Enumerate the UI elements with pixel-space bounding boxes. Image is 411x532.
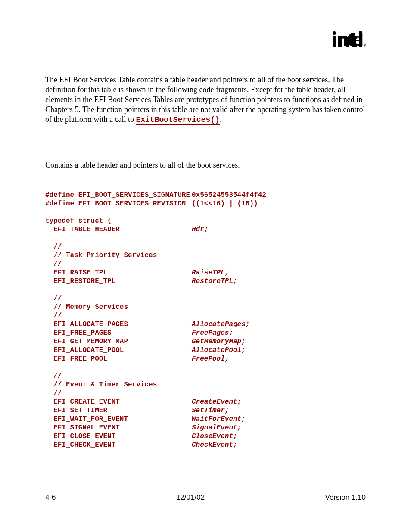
code-type: // <box>45 389 192 398</box>
code-value: WaitForEvent; <box>192 415 246 423</box>
code-line: // Event & Timer Services <box>45 380 366 389</box>
code-line: EFI_SET_TIMERSetTimer; <box>45 406 366 415</box>
code-type: EFI_RAISE_TPL <box>45 268 192 277</box>
code-value: CheckEvent; <box>192 441 237 449</box>
code-blank-line <box>45 234 366 243</box>
code-value: RaiseTPL; <box>192 269 229 277</box>
code-line: EFI_TABLE_HEADERHdr; <box>45 225 366 234</box>
code-value: SignalEvent; <box>192 424 241 432</box>
code-type: EFI_WAIT_FOR_EVENT <box>45 415 192 423</box>
code-line: EFI_FREE_PAGESFreePages; <box>45 329 366 337</box>
code-value: 0x56524553544f4f42 <box>192 191 266 199</box>
code-line: // Memory Services <box>45 303 366 311</box>
code-type: EFI_ALLOCATE_PAGES <box>45 320 192 329</box>
code-type: EFI_ALLOCATE_POOL <box>45 346 192 355</box>
code-type: EFI_SET_TIMER <box>45 406 192 415</box>
code-block: #define EFI_BOOT_SERVICES_SIGNATURE0x565… <box>45 191 366 449</box>
code-line: // <box>45 311 366 320</box>
code-line: EFI_CLOSE_EVENTCloseEvent; <box>45 432 366 441</box>
code-type: // <box>45 311 192 320</box>
footer-date: 12/01/02 <box>176 493 205 502</box>
code-type: // <box>45 260 192 268</box>
code-value: FreePool; <box>192 355 229 363</box>
code-type: // Memory Services <box>45 303 192 311</box>
footer-page-number: 4-6 <box>45 493 56 502</box>
code-line: EFI_CREATE_EVENTCreateEvent; <box>45 398 366 406</box>
code-value: SetTimer; <box>192 407 229 414</box>
code-type: EFI_GET_MEMORY_MAP <box>45 337 192 346</box>
code-line: EFI_ALLOCATE_PAGESAllocatePages; <box>45 320 366 329</box>
code-line: #define EFI_BOOT_SERVICES_REVISION((1<<1… <box>45 199 366 208</box>
code-line: // <box>45 372 366 380</box>
code-value: CreateEvent; <box>192 398 241 406</box>
code-line: EFI_SIGNAL_EVENTSignalEvent; <box>45 423 366 432</box>
code-type: // <box>45 294 192 303</box>
code-value: Hdr; <box>192 226 208 233</box>
code-value: ((1<<16) | (10)) <box>192 200 258 208</box>
exit-boot-services-link[interactable]: ExitBootServices() <box>136 115 219 125</box>
svg-text:R: R <box>364 44 365 46</box>
code-line: // <box>45 243 366 251</box>
code-blank-line <box>45 286 366 294</box>
code-type: EFI_FREE_PAGES <box>45 329 192 337</box>
code-line: EFI_CHECK_EVENTCheckEvent; <box>45 441 366 449</box>
code-type: EFI_TABLE_HEADER <box>45 225 192 234</box>
code-type: // Task Priority Services <box>45 251 192 260</box>
page-footer: 4-6 12/01/02 Version 1.10 <box>45 493 366 502</box>
paragraph-post: . <box>220 115 222 124</box>
code-value: RestoreTPL; <box>192 277 237 285</box>
code-line: typedef struct { <box>45 217 366 225</box>
code-type: // <box>45 372 192 380</box>
code-type: EFI_SIGNAL_EVENT <box>45 423 192 432</box>
svg-text:l: l <box>359 30 364 48</box>
code-line: EFI_RESTORE_TPLRestoreTPL; <box>45 277 366 286</box>
code-value: GetMemoryMap; <box>192 338 246 345</box>
footer-version: Version 1.10 <box>325 493 366 502</box>
code-blank-line <box>45 208 366 217</box>
code-value: AllocatePool; <box>192 346 246 354</box>
code-type: // <box>45 243 192 251</box>
intro-paragraph: The EFI Boot Services Table contains a t… <box>45 75 366 125</box>
intel-logo: int e l R <box>45 30 366 50</box>
code-value: AllocatePages; <box>192 320 249 328</box>
code-type: EFI_RESTORE_TPL <box>45 277 192 286</box>
code-line: EFI_RAISE_TPLRaiseTPL; <box>45 268 366 277</box>
code-value: FreePages; <box>192 329 233 337</box>
code-line: #define EFI_BOOT_SERVICES_SIGNATURE0x565… <box>45 191 366 199</box>
code-line: EFI_ALLOCATE_POOLAllocatePool; <box>45 346 366 355</box>
code-line: // <box>45 389 366 398</box>
code-type: EFI_CHECK_EVENT <box>45 441 192 449</box>
code-type: typedef struct { <box>45 217 192 225</box>
svg-text:int: int <box>332 30 353 48</box>
description-text: Contains a table header and pointers to … <box>45 160 366 170</box>
code-line: EFI_FREE_POOLFreePool; <box>45 355 366 363</box>
code-blank-line <box>45 363 366 372</box>
code-line: // Task Priority Services <box>45 251 366 260</box>
code-line: // <box>45 260 366 268</box>
code-type: #define EFI_BOOT_SERVICES_SIGNATURE <box>45 191 192 199</box>
code-type: EFI_FREE_POOL <box>45 355 192 363</box>
code-line: EFI_WAIT_FOR_EVENTWaitForEvent; <box>45 415 366 423</box>
code-value: CloseEvent; <box>192 432 237 440</box>
code-line: // <box>45 294 366 303</box>
code-type: EFI_CREATE_EVENT <box>45 398 192 406</box>
code-type: #define EFI_BOOT_SERVICES_REVISION <box>45 199 192 208</box>
code-type: // Event & Timer Services <box>45 380 192 389</box>
code-type: EFI_CLOSE_EVENT <box>45 432 192 441</box>
code-line: EFI_GET_MEMORY_MAPGetMemoryMap; <box>45 337 366 346</box>
